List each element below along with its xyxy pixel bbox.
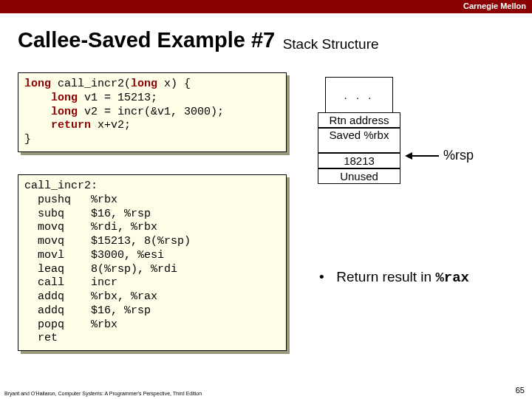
- footer-text: Bryant and O'Hallaron, Computer Systems:…: [4, 391, 202, 396]
- stack-cell: Rtn address: [318, 112, 400, 128]
- asm-code-box: call_incr2: pushq %rbx subq $16, %rsp mo…: [18, 174, 287, 351]
- stack-dots: . . .: [325, 77, 393, 112]
- result-bullet: • Return result in %rax: [319, 269, 469, 286]
- rsp-label: %rsp: [443, 148, 474, 163]
- c-code-box: long call_incr2(long x) { long v1 = 1521…: [18, 72, 287, 152]
- bullet-text: Return result in: [336, 269, 435, 284]
- slide-title: Callee-Saved Example #7: [18, 28, 275, 52]
- arrow-line-icon: [411, 155, 439, 157]
- slide-subtitle: Stack Structure: [283, 36, 379, 52]
- stack-cell: Saved %rbx: [318, 128, 400, 153]
- brand-label: Carnegie Mellon: [463, 1, 526, 10]
- page-number: 65: [516, 386, 525, 395]
- stack-cell: Unused: [318, 168, 400, 184]
- rsp-arrow: %rsp: [405, 148, 474, 163]
- header-bar: Carnegie Mellon: [0, 0, 532, 13]
- bullet-register: %rax: [435, 270, 469, 286]
- bullet-icon: •: [319, 269, 332, 285]
- code-kw: long: [24, 78, 51, 90]
- stack-cell: 18213: [318, 153, 400, 168]
- stack-diagram: . . . Rtn address Saved %rbx 18213 Unuse…: [318, 77, 400, 184]
